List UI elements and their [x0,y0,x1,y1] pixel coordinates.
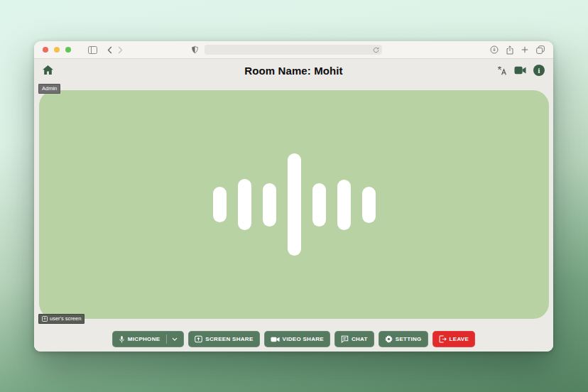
screen-share-icon [195,335,202,343]
home-icon[interactable] [43,65,53,75]
privacy-shield-icon[interactable] [192,45,198,54]
meeting-stage: Admin user's screen [34,82,553,320]
chat-label: CHAT [352,336,368,342]
sidebar-toggle-icon[interactable] [88,46,97,54]
waveform-bar [213,187,227,222]
browser-toolbar [34,41,553,59]
waveform-bar [288,153,301,256]
admin-badge: Admin [38,84,60,94]
audio-waveform [39,90,549,319]
downloads-icon[interactable] [490,45,499,54]
waveform-bar [312,183,326,227]
screen-badge-icon [42,316,48,322]
waveform-bar [362,187,376,223]
video-camera-icon [271,336,280,343]
chat-button[interactable]: CHAT [334,331,374,347]
leave-icon [439,335,447,343]
translate-icon[interactable] [497,66,507,75]
mic-icon [119,335,125,344]
leave-label: LEAVE [450,336,469,342]
address-bar[interactable] [205,45,382,55]
close-window-button[interactable] [43,47,48,53]
back-icon[interactable] [107,46,112,54]
browser-actions [490,41,545,58]
new-tab-icon[interactable] [521,46,528,53]
screen-share-label: SCREEN SHARE [205,336,253,342]
screen-share-button[interactable]: SCREEN SHARE [188,331,259,347]
control-toolbar: MICPHONE SCREEN SHARE VIDEO SHARE CHAT [34,320,553,352]
gear-icon [385,335,393,343]
video-share-label: VIDEO SHARE [283,336,324,342]
zoom-window-button[interactable] [65,47,71,53]
forward-icon[interactable] [118,46,123,54]
header-actions: i [497,59,545,82]
camera-icon[interactable] [514,66,526,75]
app-header: Room Name: Mohit i [34,59,553,82]
chevron-down-icon[interactable] [172,337,178,342]
minimize-window-button[interactable] [54,47,60,53]
waveform-bar [337,180,351,230]
share-icon[interactable] [506,45,513,55]
video-share-button[interactable]: VIDEO SHARE [264,331,330,347]
info-icon[interactable]: i [533,65,545,76]
room-title: Room Name: Mohit [34,65,553,77]
waveform-bar [238,179,251,230]
screen-share-panel [39,90,549,319]
user-screen-badge: user's screen [38,314,85,324]
tab-overview-icon[interactable] [536,45,545,54]
micphone-label: MICPHONE [128,336,160,342]
leave-button[interactable]: LEAVE [432,331,476,347]
micphone-button[interactable]: MICPHONE [112,331,185,347]
chat-icon [341,335,349,343]
browser-window: Room Name: Mohit i Admin user's screen [34,41,553,352]
button-divider [166,334,167,344]
traffic-lights [43,47,71,53]
reload-icon[interactable] [373,47,379,53]
waveform-bar [263,183,276,227]
user-screen-label: user's screen [50,316,81,322]
setting-label: SETTING [396,336,422,342]
setting-button[interactable]: SETTING [379,331,428,347]
